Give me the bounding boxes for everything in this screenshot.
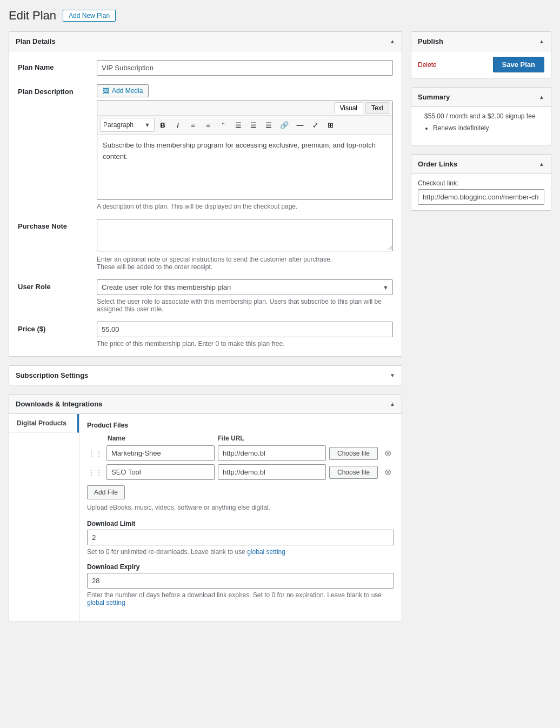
publish-panel: Publish ▲ Delete Save Plan — [411, 31, 551, 78]
download-limit-label: Download Limit — [87, 520, 394, 527]
summary-title: Summary — [418, 93, 450, 101]
upload-hint: Upload eBooks, music, videos, software o… — [87, 504, 394, 511]
checkout-label: Checkout link: — [418, 179, 544, 187]
file-url-input[interactable] — [218, 445, 326, 461]
publish-chevron-icon: ▲ — [539, 38, 544, 44]
add-file-button[interactable]: Add File — [87, 485, 125, 499]
description-editor: Visual Text Paragraph ▼ — [97, 101, 393, 200]
downloads-tab-content: Product Files Name File URL ⋮⋮ — [79, 414, 402, 622]
table-row: ⋮⋮ Choose file ⊗ — [87, 445, 394, 461]
purchase-note-input[interactable] — [97, 219, 393, 251]
subscription-settings-chevron-icon: ▼ — [390, 372, 395, 378]
publish-actions: Delete Save Plan — [411, 51, 551, 78]
publish-header[interactable]: Publish ▲ — [411, 32, 551, 51]
summary-renews-item: Renews indefinitely — [433, 124, 544, 132]
description-content[interactable]: Subscribe to this membership program for… — [97, 135, 392, 199]
save-plan-button[interactable]: Save Plan — [493, 57, 544, 72]
plan-name-label: Plan Name — [18, 60, 88, 71]
add-media-label: Add Media — [112, 87, 143, 95]
plan-details-title: Plan Details — [16, 37, 56, 45]
add-new-plan-button[interactable]: Add New Plan — [63, 10, 116, 22]
col-url-header: File URL — [218, 435, 325, 442]
subscription-settings-header[interactable]: Subscription Settings ▼ — [9, 366, 402, 385]
product-files-label: Product Files — [87, 422, 394, 429]
download-expiry-global-setting-link[interactable]: global setting — [87, 599, 125, 606]
subscription-settings-title: Subscription Settings — [16, 371, 88, 379]
plan-details-header[interactable]: Plan Details ▲ — [9, 32, 402, 51]
visual-tab-button[interactable]: Visual — [334, 102, 363, 114]
description-hint: A description of this plan. This will be… — [97, 203, 393, 210]
summary-list: Renews indefinitely — [418, 124, 544, 132]
plan-details-panel: Plan Details ▲ Plan Name Plan Descriptio… — [9, 31, 402, 357]
downloads-title: Downloads & Integrations — [16, 400, 102, 408]
paragraph-select[interactable]: Paragraph — [101, 118, 155, 132]
choose-file-button[interactable]: Choose file — [329, 466, 378, 479]
user-role-label: User Role — [18, 279, 88, 291]
user-role-select[interactable]: Create user role for this membership pla… — [97, 279, 393, 295]
order-links-title: Order Links — [418, 160, 457, 168]
plan-description-label: Plan Description — [18, 84, 88, 96]
downloads-body: Digital Products Product Files Name File… — [9, 414, 402, 622]
summary-header[interactable]: Summary ▲ — [411, 88, 551, 107]
summary-panel: Summary ▲ $55.00 / month and a $2.00 sig… — [411, 87, 551, 145]
align-center-button[interactable]: ☰ — [246, 118, 261, 132]
ordered-list-button[interactable]: ≡ — [201, 118, 215, 132]
remove-file-button[interactable]: ⊗ — [381, 449, 394, 458]
order-links-panel: Order Links ▲ Checkout link: — [411, 154, 551, 211]
order-links-chevron-icon: ▲ — [539, 161, 544, 167]
purchase-note-label: Purchase Note — [18, 219, 88, 230]
delete-link[interactable]: Delete — [418, 61, 437, 69]
order-links-header[interactable]: Order Links ▲ — [411, 155, 551, 174]
downloads-tab-sidebar: Digital Products — [9, 414, 79, 622]
plan-name-input[interactable] — [97, 60, 393, 76]
downloads-header[interactable]: Downloads & Integrations ▲ — [9, 395, 402, 414]
plan-details-chevron-icon: ▲ — [390, 38, 395, 44]
add-media-icon: 🖼 — [103, 87, 109, 95]
download-expiry-hint: Enter the number of days before a downlo… — [87, 591, 394, 606]
file-url-input[interactable] — [218, 464, 326, 480]
bold-button[interactable]: B — [156, 118, 170, 132]
unordered-list-button[interactable]: ≡ — [186, 118, 200, 132]
purchase-note-hint: Enter an optional note or special instru… — [97, 256, 393, 271]
digital-products-tab[interactable]: Digital Products — [9, 414, 79, 433]
align-left-button[interactable]: ☰ — [231, 118, 245, 132]
downloads-panel: Downloads & Integrations ▲ Digital Produ… — [9, 394, 402, 622]
price-input[interactable] — [97, 322, 393, 337]
drag-handle-icon[interactable]: ⋮⋮ — [87, 468, 103, 477]
table-row: ⋮⋮ Choose file ⊗ — [87, 464, 394, 480]
order-links-body: Checkout link: — [411, 174, 551, 210]
choose-file-button[interactable]: Choose file — [329, 447, 378, 460]
download-limit-input[interactable] — [87, 530, 394, 545]
downloads-chevron-icon: ▲ — [390, 401, 395, 407]
table-button[interactable]: ⊞ — [323, 118, 337, 132]
align-right-button[interactable]: ☰ — [262, 118, 276, 132]
download-expiry-label: Download Expiry — [87, 563, 394, 571]
horizontal-rule-button[interactable]: — — [293, 118, 307, 132]
files-table-header: Name File URL — [87, 435, 394, 442]
link-button[interactable]: 🔗 — [277, 118, 292, 132]
file-name-input[interactable] — [106, 445, 215, 461]
remove-file-button[interactable]: ⊗ — [381, 468, 394, 477]
summary-price: $55.00 / month and a $2.00 signup fee — [418, 112, 544, 120]
publish-title: Publish — [418, 37, 443, 45]
checkout-url-input[interactable] — [418, 189, 544, 205]
download-expiry-input[interactable] — [87, 573, 394, 589]
italic-button[interactable]: I — [171, 118, 185, 132]
text-tab-button[interactable]: Text — [365, 102, 389, 114]
add-media-button[interactable]: 🖼 Add Media — [97, 84, 149, 97]
file-name-input[interactable] — [106, 464, 215, 480]
user-role-hint: Select the user role to associate with t… — [97, 298, 393, 313]
download-limit-global-setting-link[interactable]: global setting — [247, 548, 285, 556]
page-title: Edit Plan — [9, 9, 56, 23]
summary-chevron-icon: ▲ — [539, 94, 544, 100]
download-limit-hint: Set to 0 for unlimited re-downloads. Lea… — [87, 548, 394, 556]
price-hint: The price of this membership plan. Enter… — [97, 340, 393, 348]
subscription-settings-panel: Subscription Settings ▼ — [9, 365, 402, 385]
price-label: Price ($) — [18, 322, 88, 333]
drag-handle-icon[interactable]: ⋮⋮ — [87, 449, 103, 458]
col-name-header: Name — [108, 435, 215, 442]
blockquote-button[interactable]: " — [216, 118, 230, 132]
fullscreen-button[interactable]: ⤢ — [308, 118, 322, 132]
